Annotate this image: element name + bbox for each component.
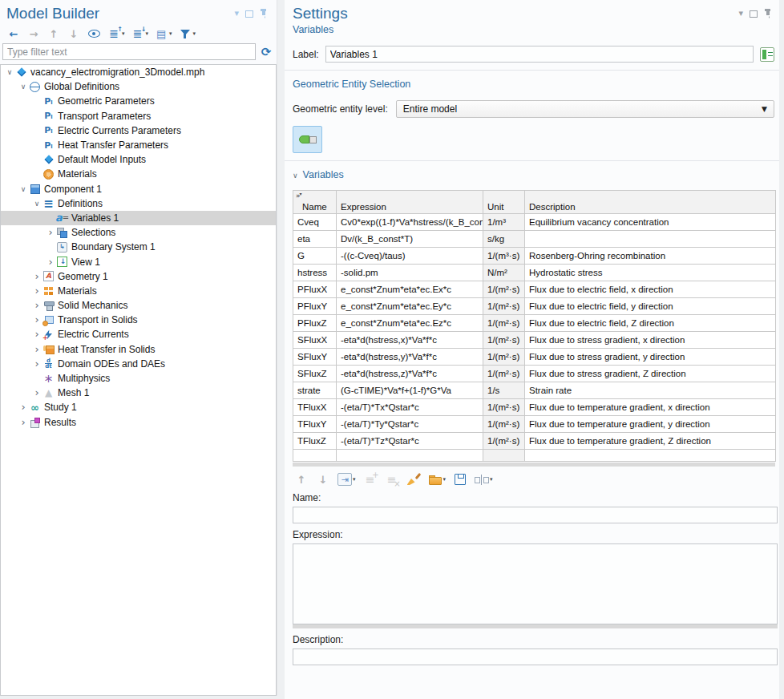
sort-icon[interactable]: »▾ xyxy=(296,191,302,200)
clear-all-button[interactable] xyxy=(405,472,422,487)
expander-collapsed-icon[interactable]: › xyxy=(18,403,29,411)
column-header-name[interactable]: »▾Name xyxy=(293,191,337,214)
tree-item-results[interactable]: ›Results xyxy=(1,415,276,430)
panel-menu-caret-icon[interactable]: ▾ xyxy=(738,10,743,18)
move-to-button[interactable]: ▾ xyxy=(336,472,358,487)
cell-name[interactable]: SFluxX xyxy=(293,332,337,349)
model-tree-node-text-button[interactable]: ▾ xyxy=(152,26,174,41)
cell-description[interactable]: Flux due to electric field, x direction xyxy=(525,281,776,298)
expander-collapsed-icon[interactable]: › xyxy=(31,316,42,324)
tree-item-materials[interactable]: ›Materials xyxy=(1,284,276,298)
cell-unit[interactable]: 1/m³ xyxy=(483,214,525,231)
description-input[interactable] xyxy=(293,648,778,665)
cell-unit[interactable]: 1/(m²·s) xyxy=(483,433,525,450)
chevron-down-icon[interactable]: ▼ xyxy=(762,105,767,113)
cell-name[interactable]: TFluxZ xyxy=(293,433,337,450)
cell-unit[interactable]: 1/(m²·s) xyxy=(483,298,525,315)
cell-unit[interactable]: 1/(m²·s) xyxy=(483,349,525,366)
cell-expression[interactable] xyxy=(337,450,483,462)
cell-unit[interactable]: 1/(m²·s) xyxy=(483,416,525,433)
float-window-icon[interactable] xyxy=(750,10,758,18)
cell-expression[interactable]: Cv0*exp((1-f)*Va*hstress/(k_B_const*T)) xyxy=(337,214,483,231)
expander-expanded-icon[interactable]: ∨ xyxy=(31,200,42,208)
column-header-description[interactable]: Description xyxy=(525,191,776,214)
expander-collapsed-icon[interactable]: › xyxy=(31,330,42,338)
cell-description[interactable]: Equilibrium vacancy concentration xyxy=(525,214,776,231)
cell-expression[interactable]: e_const*Znum*eta*ec.Ey*c xyxy=(337,298,483,315)
cell-expression[interactable]: -eta*d(hstress,x)*Va*f*c xyxy=(337,332,483,349)
cell-description[interactable]: Flux due to electric field, Z direction xyxy=(525,315,776,332)
expander-expanded-icon[interactable]: ∨ xyxy=(18,83,29,91)
expander-collapsed-icon[interactable]: › xyxy=(31,360,42,368)
dropdown-caret-icon[interactable]: ▾ xyxy=(193,30,196,37)
cell-description[interactable]: Flux due to stress gradient, Z direction xyxy=(525,366,776,382)
cell-name[interactable]: G xyxy=(293,248,337,265)
cell-name[interactable]: hstress xyxy=(293,265,337,281)
dropdown-caret-icon[interactable]: ▾ xyxy=(353,476,356,483)
cell-description[interactable] xyxy=(525,450,776,462)
show-button[interactable] xyxy=(85,26,103,41)
tree-item-global-definitions[interactable]: ∨Global Definitions xyxy=(1,79,276,94)
tree-item-study-1[interactable]: ›Study 1 xyxy=(1,400,276,414)
cell-name[interactable]: PFluxY xyxy=(293,298,337,315)
float-window-icon[interactable] xyxy=(245,10,253,18)
cell-expression[interactable]: -(eta/T)*Ty*Qstar*c xyxy=(337,416,483,433)
dropdown-caret-icon[interactable]: ▾ xyxy=(300,191,302,196)
cell-unit[interactable]: 1/s xyxy=(483,382,525,399)
cell-description[interactable]: Flux due to temperature gradient, y dire… xyxy=(525,416,776,433)
cell-description[interactable]: Rosenberg-Ohring recombination xyxy=(525,248,776,265)
cell-name[interactable]: PFluxX xyxy=(293,281,337,298)
section-collapse-chevron-icon[interactable]: ∨ xyxy=(293,172,298,180)
tree-item-transport-parameters[interactable]: Transport Parameters xyxy=(1,109,276,123)
tree-item-geometric-parameters[interactable]: Geometric Parameters xyxy=(1,94,276,108)
dropdown-caret-icon[interactable]: ▾ xyxy=(490,476,493,483)
cell-name[interactable]: SFluxZ xyxy=(293,366,337,382)
move-up-button[interactable] xyxy=(293,472,310,487)
cell-unit[interactable]: 1/(m²·s) xyxy=(483,332,525,349)
cell-expression[interactable]: -((c-Cveq)/taus) xyxy=(337,248,483,265)
expander-collapsed-icon[interactable]: › xyxy=(45,258,56,266)
cell-description[interactable]: Flux due to temperature gradient, x dire… xyxy=(525,399,776,416)
tree-item-geometry-1[interactable]: ›Geometry 1 xyxy=(1,269,276,284)
tree-item-electric-currents[interactable]: ›Electric Currents xyxy=(1,327,276,341)
cell-expression[interactable]: -eta*d(hstress,z)*Va*f*c xyxy=(337,366,483,382)
cell-description[interactable]: Flux due to stress gradient, y direction xyxy=(525,349,776,366)
tree-item-default-model-inputs[interactable]: Default Model Inputs xyxy=(1,152,276,167)
tree-item-variables-1[interactable]: Variables 1 xyxy=(1,211,276,225)
go-back-button[interactable] xyxy=(5,26,22,41)
table-horizontal-scrollbar[interactable] xyxy=(293,463,775,467)
tree-item-vacancy-electromigration-3dmodel-mph[interactable]: ∨vacancy_electromigration_3Dmodel.mph xyxy=(1,65,276,79)
expand-all-button[interactable]: ▾ xyxy=(129,26,151,41)
column-header-unit[interactable]: Unit xyxy=(483,191,525,214)
variables-section-heading[interactable]: ∨Variables xyxy=(293,169,774,180)
expression-textarea[interactable] xyxy=(293,543,778,624)
load-from-file-button[interactable]: ▾ xyxy=(426,472,448,487)
panel-menu-caret-icon[interactable]: ▾ xyxy=(234,10,239,18)
cell-expression[interactable]: -(eta/T)*Tz*Qstar*c xyxy=(337,433,483,450)
filter-input[interactable] xyxy=(2,43,256,60)
tree-item-view-1[interactable]: ›View 1 xyxy=(1,254,276,269)
expander-collapsed-icon[interactable]: › xyxy=(31,273,42,281)
cell-expression[interactable]: e_const*Znum*eta*ec.Ez*c xyxy=(337,315,483,332)
move-down-button[interactable] xyxy=(65,26,83,41)
expander-expanded-icon[interactable]: ∨ xyxy=(18,185,29,193)
cell-description[interactable]: Flux due to electric field, y direction xyxy=(525,298,776,315)
tree-item-selections[interactable]: ›Selections xyxy=(1,225,276,240)
cell-description[interactable]: Hydrostatic stress xyxy=(525,265,776,281)
dropdown-caret-icon[interactable]: ▾ xyxy=(443,476,447,483)
collapse-all-button[interactable]: ▾ xyxy=(105,26,127,41)
expander-collapsed-icon[interactable]: › xyxy=(45,228,56,236)
tree-item-component-1[interactable]: ∨Component 1 xyxy=(1,182,276,196)
delete-row-button[interactable] xyxy=(383,472,401,487)
cell-name[interactable]: strate xyxy=(293,382,337,399)
rename-button[interactable] xyxy=(760,47,774,62)
cell-unit[interactable]: 1/(m²·s) xyxy=(483,315,525,332)
refresh-icon[interactable] xyxy=(259,46,273,59)
cell-name[interactable]: TFluxX xyxy=(293,399,337,416)
expander-collapsed-icon[interactable]: › xyxy=(31,345,42,354)
pin-icon[interactable] xyxy=(764,9,771,18)
breadcrumb[interactable]: Variables xyxy=(293,24,774,35)
go-forward-button[interactable] xyxy=(25,26,42,41)
add-row-button[interactable] xyxy=(362,472,379,487)
cell-name[interactable]: PFluxZ xyxy=(293,315,337,332)
